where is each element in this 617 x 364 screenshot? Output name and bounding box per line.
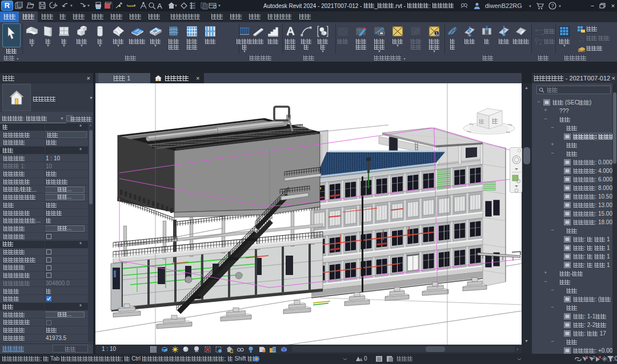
- svg-text:?: ?: [551, 3, 554, 9]
- svg-text:1: 1: [436, 31, 438, 35]
- svg-text:A: A: [157, 2, 162, 10]
